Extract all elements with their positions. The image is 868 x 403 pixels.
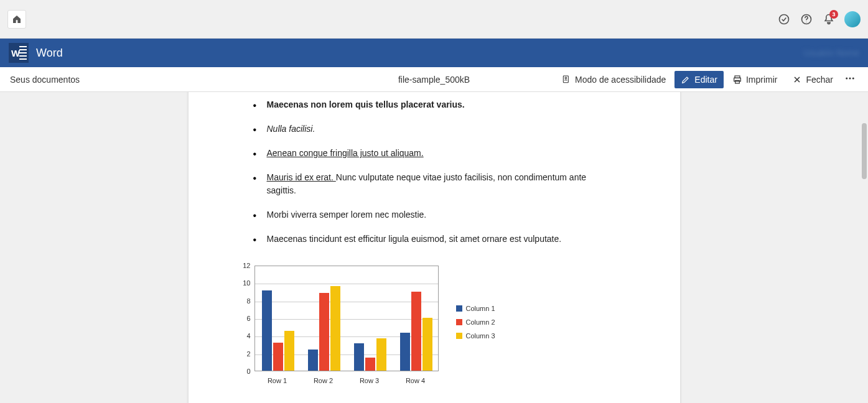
home-icon [12, 14, 22, 24]
y-tick: 8 [232, 297, 251, 305]
accessibility-icon [561, 75, 571, 85]
x-tick: Row 3 [360, 377, 379, 384]
svg-point-9 [849, 78, 851, 80]
x-tick: Row 2 [314, 377, 333, 384]
avatar[interactable] [844, 11, 861, 27]
close-label: Fechar [806, 75, 833, 85]
check-circle-icon[interactable] [777, 12, 791, 26]
legend-item: Column 2 [456, 318, 495, 326]
scrollbar-thumb[interactable] [862, 123, 867, 179]
accessibility-mode-button[interactable]: Modo de acessibilidade [555, 71, 672, 88]
toolbar: Seus documentos file-sample_500kB Modo d… [0, 67, 868, 92]
legend-item: Column 3 [456, 332, 495, 340]
chart-bar [400, 333, 410, 371]
more-button[interactable] [842, 70, 858, 88]
list-item: Maecenas tincidunt est efficitur ligula … [251, 233, 618, 246]
home-button[interactable] [7, 10, 26, 29]
topbar-right: 3 [777, 11, 861, 27]
legend-label: Column 3 [466, 332, 495, 340]
print-button[interactable]: Imprimir [726, 71, 784, 88]
bar-chart: 024681012 Row 1Row 2Row 3Row 4 [232, 264, 444, 392]
svg-point-8 [846, 78, 847, 80]
list-item: Nulla facilisi. [251, 123, 618, 136]
accessibility-label: Modo de acessibilidade [575, 75, 666, 85]
bullet-list: Maecenas non lorem quis tellus placerat … [251, 92, 618, 246]
edit-button[interactable]: Editar [674, 71, 724, 88]
chart-bar [319, 293, 329, 371]
svg-point-2 [806, 21, 807, 22]
chart-bar [262, 290, 272, 371]
legend-swatch [456, 333, 462, 339]
your-documents-link[interactable]: Seus documentos [10, 75, 80, 85]
app-topbar: 3 [0, 0, 868, 39]
edit-label: Editar [694, 75, 717, 85]
x-tick: Row 1 [268, 377, 287, 384]
svg-rect-7 [735, 80, 740, 83]
document-page: Maecenas non lorem quis tellus placerat … [189, 92, 680, 403]
legend-label: Column 1 [466, 305, 495, 312]
y-tick: 10 [232, 279, 251, 287]
chart-bar [411, 292, 421, 371]
help-icon[interactable] [800, 12, 813, 26]
legend-label: Column 2 [466, 318, 495, 326]
y-tick: 2 [232, 350, 251, 358]
app-title: Word [36, 47, 63, 60]
legend-swatch [456, 305, 462, 312]
y-tick: 4 [232, 332, 251, 340]
y-tick: 12 [232, 262, 251, 269]
list-item: Mauris id ex erat. Nunc vulputate neque … [251, 171, 618, 197]
svg-point-4 [565, 77, 567, 79]
document-viewport[interactable]: Maecenas non lorem quis tellus placerat … [0, 92, 868, 403]
close-button[interactable]: Fechar [786, 71, 839, 88]
chart-legend: Column 1Column 2Column 3 [456, 264, 495, 392]
chart-bar [273, 343, 283, 371]
chart-bar [284, 331, 294, 371]
y-tick: 6 [232, 315, 251, 322]
print-label: Imprimir [746, 75, 778, 85]
notification-badge: 3 [829, 10, 838, 19]
list-item: Maecenas non lorem quis tellus placerat … [251, 98, 618, 111]
y-tick: 0 [232, 368, 251, 375]
svg-point-0 [780, 14, 789, 24]
close-icon [792, 75, 802, 85]
chart-container: 024681012 Row 1Row 2Row 3Row 4 Column 1C… [232, 264, 618, 392]
chart-bar [308, 350, 318, 371]
chart-bar [330, 286, 340, 371]
chart-bar [354, 343, 364, 371]
filename-label: file-sample_500kB [398, 75, 470, 85]
chart-bar [365, 358, 375, 371]
user-label: Usuário Nome [804, 48, 859, 58]
x-tick: Row 4 [406, 377, 425, 384]
more-icon [844, 73, 856, 84]
chart-bar [422, 318, 432, 371]
legend-item: Column 1 [456, 305, 495, 312]
word-logo-icon [9, 43, 29, 63]
list-item: Aenean congue fringilla justo ut aliquam… [251, 147, 618, 160]
printer-icon [732, 75, 742, 85]
legend-swatch [456, 319, 462, 325]
notifications-button[interactable]: 3 [822, 12, 836, 26]
scrollbar[interactable] [858, 92, 868, 403]
pencil-icon [681, 75, 691, 85]
word-header: Word Usuário Nome [0, 39, 868, 67]
list-item: Morbi viverra semper lorem nec molestie. [251, 208, 618, 221]
svg-point-10 [852, 78, 854, 80]
chart-bar [376, 338, 386, 371]
